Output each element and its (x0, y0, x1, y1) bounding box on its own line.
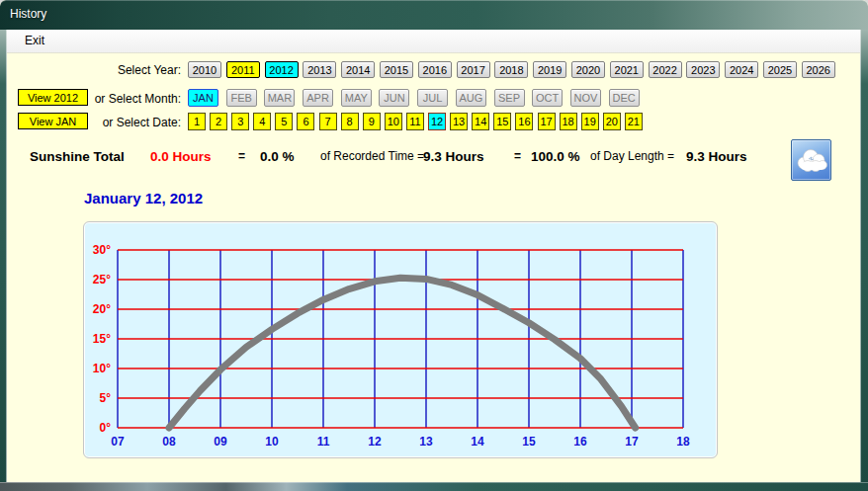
date-button-4[interactable]: 4 (253, 113, 271, 130)
year-button-2018[interactable]: 2018 (494, 61, 528, 78)
year-button-2010[interactable]: 2010 (188, 61, 221, 78)
date-button-10[interactable]: 10 (385, 113, 402, 130)
menu-bar: Exit (7, 30, 860, 53)
date-button-19[interactable]: 19 (581, 113, 599, 130)
year-button-2021[interactable]: 2021 (610, 61, 644, 78)
date-button-2[interactable]: 2 (210, 113, 227, 130)
svg-text:20°: 20° (93, 302, 111, 316)
date-button-5[interactable]: 5 (275, 113, 293, 130)
svg-text:18: 18 (676, 435, 690, 449)
sunshine-total-label: Sunshine Total (30, 149, 125, 164)
window-title: History (10, 7, 46, 21)
select-month-label: or Select Month: (7, 92, 181, 106)
svg-text:25°: 25° (93, 273, 111, 286)
svg-text:0°: 0° (100, 421, 112, 435)
date-button-21[interactable]: 21 (625, 113, 643, 130)
month-button-jul[interactable]: JUL (417, 89, 448, 107)
svg-text:08: 08 (162, 435, 176, 449)
svg-text:10: 10 (265, 435, 279, 449)
year-button-2023[interactable]: 2023 (686, 61, 720, 78)
svg-text:14: 14 (471, 435, 484, 449)
year-button-2024[interactable]: 2024 (725, 61, 758, 78)
svg-text:16: 16 (573, 435, 587, 449)
month-row: View 2012 or Select Month: JANFEBMARAPRM… (7, 89, 860, 109)
sun-elevation-chart-panel: 0708091011121314151617180°5°10°15°20°25°… (83, 221, 718, 458)
date-button-8[interactable]: 8 (341, 113, 359, 130)
month-button-jan[interactable]: JAN (188, 89, 218, 107)
recorded-time-label: of Recorded Time = (320, 149, 424, 163)
day-length-label: of Day Length = (590, 149, 674, 163)
date-button-3[interactable]: 3 (231, 113, 249, 130)
month-button-sep[interactable]: SEP (494, 89, 525, 107)
svg-text:12: 12 (368, 435, 382, 449)
month-button-apr[interactable]: APR (303, 89, 333, 107)
svg-text:30°: 30° (93, 243, 111, 257)
date-button-18[interactable]: 18 (560, 113, 577, 130)
month-button-aug[interactable]: AUG (456, 89, 486, 107)
month-button-mar[interactable]: MAR (264, 89, 295, 107)
date-button-15[interactable]: 15 (493, 113, 511, 130)
date-button-13[interactable]: 13 (450, 113, 468, 130)
window-border-bottom (0, 482, 868, 491)
date-button-9[interactable]: 9 (363, 113, 381, 130)
svg-text:15°: 15° (93, 332, 111, 346)
date-button-6[interactable]: 6 (297, 113, 314, 130)
month-buttons: JANFEBMARAPRMAYJUNJULAUGSEPOCTNOVDEC (188, 89, 647, 107)
date-buttons: 123456789101112131415161718192021 (188, 113, 647, 130)
window-border-right (860, 30, 868, 482)
year-buttons: 2010201120122013201420152016201720182019… (188, 61, 840, 78)
year-button-2020[interactable]: 2020 (571, 61, 605, 78)
weather-button[interactable] (791, 139, 831, 181)
svg-text:5°: 5° (100, 391, 112, 405)
year-button-2014[interactable]: 2014 (341, 61, 375, 78)
date-row: View JAN or Select Date: 123456789101112… (7, 113, 860, 132)
month-button-jun[interactable]: JUN (379, 89, 409, 107)
year-button-2026[interactable]: 2026 (802, 61, 835, 78)
svg-text:15: 15 (522, 435, 536, 449)
month-button-may[interactable]: MAY (341, 89, 372, 107)
svg-text:10°: 10° (93, 362, 111, 375)
date-button-1[interactable]: 1 (188, 113, 206, 130)
svg-text:09: 09 (214, 435, 227, 449)
sunshine-summary-row: Sunshine Total 0.0 Hours = 0.0 % of Reco… (7, 146, 860, 170)
date-button-11[interactable]: 11 (406, 113, 424, 130)
equals-sign: = (238, 149, 245, 163)
daylength-hours-value: 9.3 Hours (686, 149, 747, 164)
select-year-label: Select Year: (7, 63, 181, 77)
year-button-2017[interactable]: 2017 (457, 61, 490, 78)
svg-text:17: 17 (625, 435, 639, 449)
date-button-14[interactable]: 14 (472, 113, 489, 130)
sunshine-hours-value: 0.0 Hours (150, 149, 212, 164)
month-button-feb[interactable]: FEB (226, 89, 257, 107)
menu-item-exit[interactable]: Exit (7, 30, 54, 53)
year-row: Select Year: 201020112012201320142015201… (7, 61, 860, 81)
svg-text:07: 07 (111, 435, 125, 449)
daylength-percent-value: 100.0 % (531, 149, 580, 164)
sun-elevation-chart: 0708091011121314151617180°5°10°15°20°25°… (84, 222, 719, 459)
date-button-20[interactable]: 20 (603, 113, 621, 130)
title-bar[interactable]: History (0, 0, 868, 30)
select-date-label: or Select Date: (7, 116, 181, 129)
recorded-hours-value: 9.3 Hours (423, 149, 484, 164)
chart-date-title: January 12, 2012 (84, 190, 203, 206)
content-area: Select Year: 201020112012201320142015201… (7, 53, 860, 482)
month-button-dec[interactable]: DEC (609, 89, 640, 107)
date-button-16[interactable]: 16 (515, 113, 533, 130)
recorded-percent-value: 0.0 % (260, 149, 295, 164)
date-button-17[interactable]: 17 (538, 113, 556, 130)
year-button-2011[interactable]: 2011 (226, 61, 260, 78)
svg-text:11: 11 (317, 435, 330, 449)
year-button-2025[interactable]: 2025 (763, 61, 797, 78)
year-button-2015[interactable]: 2015 (380, 61, 413, 78)
year-button-2012[interactable]: 2012 (265, 61, 299, 78)
date-button-7[interactable]: 7 (319, 113, 337, 130)
year-button-2016[interactable]: 2016 (418, 61, 452, 78)
year-button-2019[interactable]: 2019 (533, 61, 566, 78)
year-button-2013[interactable]: 2013 (303, 61, 336, 78)
equals-sign: = (514, 149, 521, 163)
month-button-oct[interactable]: OCT (532, 89, 563, 107)
month-button-nov[interactable]: NOV (570, 89, 601, 107)
history-window: History Exit Select Year: 20102011201220… (0, 0, 868, 491)
date-button-12[interactable]: 12 (428, 113, 446, 130)
year-button-2022[interactable]: 2022 (649, 61, 682, 78)
